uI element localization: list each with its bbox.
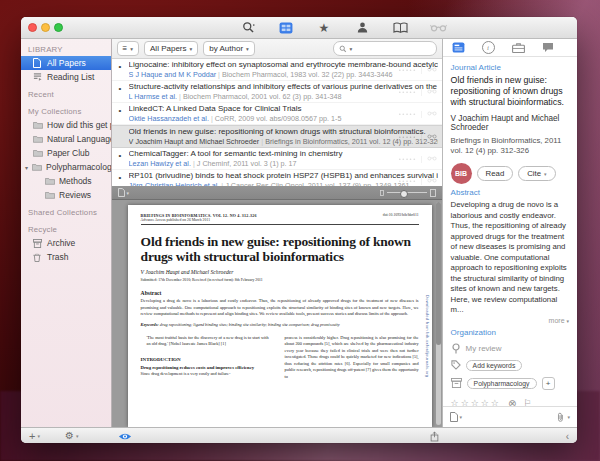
collections-row: Polypharmacology + <box>451 377 569 390</box>
read-button[interactable]: Read <box>477 166 514 181</box>
review-row[interactable]: My review <box>451 343 569 354</box>
details-footer: ▾ ▾ <box>443 406 577 427</box>
window-footer: + ▾ ⚙ ▾ ‹ <box>21 427 577 443</box>
settings-button[interactable]: ⚙ ▾ <box>65 428 78 443</box>
sidebar-item-trash[interactable]: Trash <box>21 250 111 264</box>
list-menu-icon: ≡ <box>123 44 128 53</box>
organization-header: Organization <box>451 328 569 337</box>
collection-tag[interactable]: Polypharmacology <box>467 378 537 389</box>
tab-supplements[interactable] <box>512 43 525 53</box>
tab-info[interactable]: i <box>482 41 495 54</box>
rating-dots[interactable]: ••••• <box>399 156 417 162</box>
reading-glasses-icon[interactable] <box>429 20 447 36</box>
pdf-toolbar: ▾ <box>112 186 442 200</box>
view-pdf-toggle[interactable] <box>118 428 132 443</box>
paper-row[interactable]: • LinkedCT: A Linked Data Space for Clin… <box>112 103 442 125</box>
share-button[interactable] <box>430 428 439 443</box>
collapse-panel-button[interactable]: ‹ <box>566 428 569 443</box>
search-icon[interactable] <box>239 20 257 36</box>
star-rating[interactable]: ☆☆☆☆☆ <box>451 398 501 406</box>
tab-overview[interactable] <box>452 42 465 53</box>
paper-source: Biochem Pharmacol, 1983 vol. 32 (22) pp.… <box>222 70 393 79</box>
read-glasses-icon <box>427 156 437 161</box>
details-actions: BIB Read Cite▾ <box>451 163 569 184</box>
sidebar-collection[interactable]: Paper Club <box>21 146 111 160</box>
sidebar-collection-polypharmacology[interactable]: ▾ Polypharmacology <box>21 160 111 174</box>
paper-row[interactable]: • ChemicalTagger: A tool for semantic te… <box>112 148 442 170</box>
favorites-icon[interactable]: ★ <box>315 20 333 36</box>
sidebar-collection[interactable]: How did this get published? <box>21 118 111 132</box>
rating-dots[interactable]: ••••• <box>399 89 417 95</box>
cite-button[interactable]: Cite▾ <box>518 166 555 181</box>
people-icon[interactable] <box>353 20 371 36</box>
page-display-menu-button[interactable]: ▾ <box>118 188 130 197</box>
pdf-viewer[interactable]: BRIEFINGS IN BIOINFORMATICS. VOL 12. NO … <box>112 200 442 427</box>
sort-value: by Author <box>209 44 243 53</box>
disclosure-triangle-icon[interactable]: ▾ <box>25 164 28 171</box>
sidebar-collection[interactable]: Natural Language Proce... <box>21 132 111 146</box>
pdf-scrollbar[interactable] <box>436 202 441 425</box>
chevron-down-icon: ▾ <box>350 46 353 52</box>
page-icon <box>450 412 458 422</box>
sidebar-collection-methods[interactable]: Methods <box>21 174 111 188</box>
add-keywords-button[interactable]: Add keywords <box>466 360 523 371</box>
minimize-button[interactable] <box>41 23 50 32</box>
paper-row[interactable]: • RP101 (brivudine) binds to heat shock … <box>112 170 442 186</box>
chevron-down-icon: ▾ <box>130 46 133 52</box>
article-title: Old friends in new guise: repositioning … <box>141 234 419 264</box>
sidebar-collection-reviews[interactable]: Reviews <box>21 188 111 202</box>
folder-icon <box>33 134 43 144</box>
journal-badge: BIB <box>451 163 472 184</box>
eye-icon <box>118 432 132 441</box>
paper-row[interactable]: • Lignocaine: inhibitory effect on synap… <box>112 59 442 81</box>
scope-dropdown[interactable]: All Papers ▾ <box>144 41 198 56</box>
read-glasses-icon <box>427 134 437 139</box>
collection-label: How did this get published? <box>47 120 112 130</box>
details-authors: V Joachim Haupt and Michael Schroeder <box>451 114 569 132</box>
more-link[interactable]: more ▾ <box>451 317 569 324</box>
add-button[interactable]: + ▾ <box>29 428 40 443</box>
sidebar-item-archive[interactable]: Archive <box>21 236 111 250</box>
rating-dots[interactable]: ••••• <box>399 67 417 73</box>
library-view-icon[interactable] <box>277 20 295 36</box>
folder-icon <box>32 162 42 172</box>
chevron-down-icon: ▾ <box>127 190 130 196</box>
shared-collections-header: Shared Collections <box>21 202 111 219</box>
book-icon[interactable] <box>391 20 409 36</box>
submitted-line: Submitted: 17th December 2010; Received … <box>141 278 419 282</box>
zoom-slider-knob[interactable] <box>400 190 408 198</box>
filter-bar: ≡ ▾ All Papers ▾ by Author ▾ ▾ <box>112 39 442 59</box>
list-search-input[interactable]: ▾ <box>333 41 437 56</box>
flag-icon[interactable]: ⚐ <box>523 398 531 406</box>
document-menu-button[interactable]: ▾ <box>450 412 463 422</box>
chevron-down-icon: ▾ <box>190 46 193 52</box>
chevron-down-icon: ▾ <box>37 433 40 439</box>
zoom-button[interactable] <box>54 23 63 32</box>
paper-source: CoRR, 2009 vol. abs/0908.0567 pp. 1-5 <box>215 114 342 123</box>
sidebar-item-reading-list[interactable]: Reading List <box>21 70 111 84</box>
my-collections-header: My Collections <box>21 101 111 118</box>
review-placeholder: My review <box>466 344 502 353</box>
close-button[interactable] <box>28 23 37 32</box>
tab-notes[interactable] <box>542 42 554 53</box>
sidebar-item-all-papers[interactable]: All Papers <box>21 56 111 70</box>
rating-dots[interactable]: ••••• <box>399 111 417 117</box>
sort-dropdown[interactable]: by Author ▾ <box>203 41 255 56</box>
paper-row[interactable]: • Structure-activity relationships and i… <box>112 81 442 103</box>
rating-dots[interactable]: ••••• <box>399 178 417 184</box>
unread-dot: • <box>119 106 122 115</box>
paper-row-selected[interactable]: Old friends in new guise: repositioning … <box>112 125 442 148</box>
zoom-slider[interactable] <box>387 192 427 193</box>
attachments-button[interactable]: ▾ <box>556 412 570 423</box>
intro-text: Since drug development is a very costly … <box>141 371 275 377</box>
sidebar-item-label: Trash <box>47 252 68 262</box>
list-view-menu-button[interactable]: ≡ ▾ <box>117 41 139 56</box>
collection-label: Polypharmacology <box>46 162 112 172</box>
add-collection-button[interactable]: + <box>542 377 555 390</box>
pin-icon <box>451 343 461 354</box>
trash-icon <box>33 252 43 262</box>
paper-authors: Jörg-Christian Heinrich et al. <box>129 181 220 187</box>
rating-dots[interactable]: ••••• <box>399 134 417 140</box>
mark-unread-icon[interactable]: ⊗ <box>508 398 516 406</box>
collection-label: Methods <box>59 176 92 186</box>
